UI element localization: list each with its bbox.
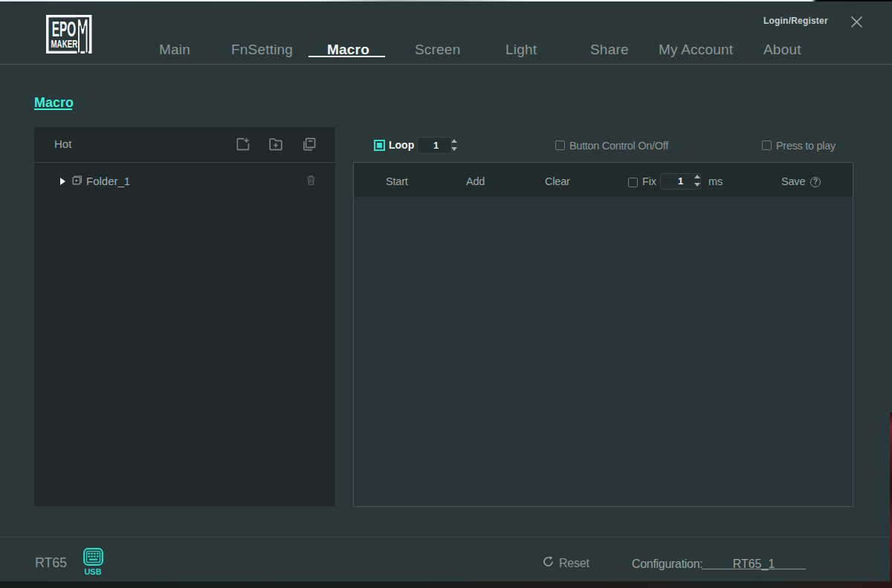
svg-text:MAKER: MAKER bbox=[51, 37, 77, 51]
